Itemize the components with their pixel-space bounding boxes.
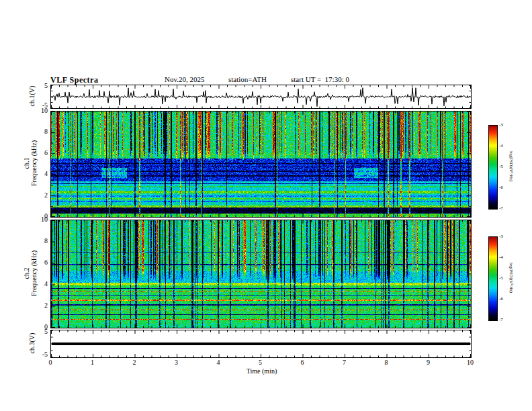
x-tick-label: 9 [420,359,437,366]
colorbar-tick-label: -6 [499,296,511,302]
y-tick-label: 8 [30,128,48,135]
y-tick-label: 2 [30,302,48,309]
axis-label-line: Frequency (kHz) [30,218,38,329]
y-tick-label: 4 [30,280,48,287]
x-tick-label: 5 [253,359,269,366]
x-tick-label: 4 [210,359,226,366]
x-tick-label: 2 [126,359,142,366]
colorbar-tick-label: -5 [499,164,511,169]
x-tick-label: 7 [337,359,353,366]
station-label: station=ATH [228,75,267,83]
colorbar-ch2 [488,236,498,321]
colorbar-tick-label: -3 [499,122,511,128]
colorbar-tick-label: -7 [499,205,511,211]
axis-label-line: ch.1 [23,107,30,219]
figure-title: VLF Spectra [50,75,98,85]
ch1-waveform-plot [51,85,471,108]
colorbar-tick-label: -4 [499,255,511,260]
colorbar-tick-label: -5 [499,275,511,281]
vlf-spectra-figure: VLF Spectra Nov.20, 2025 station=ATH sta… [0,0,532,411]
colorbar-ch1 [488,125,498,210]
x-tick-label: 1 [85,359,101,366]
figure-date: Nov.20, 2025 [165,75,204,83]
ch3-waveform-plot [51,330,471,357]
ch2-frequency-axis-label: ch.2 Frequency (kHz) [23,218,38,329]
y-tick-label: 5 [30,328,48,335]
y-tick-label: 8 [30,237,48,244]
x-axis-label: Time (min) [233,367,290,375]
ch2-spectrogram-plot [51,220,471,328]
colorbar-tick-label: -4 [499,143,511,148]
x-tick-label: 6 [294,359,310,366]
y-tick-label: 6 [30,149,48,156]
x-tick-label: 3 [169,359,185,366]
ch2-spectrogram-panel [50,220,472,328]
ch3-waveform-panel [50,330,472,358]
colorbar-ch2-gradient [489,237,497,320]
ch1-spectrogram-panel [50,111,472,218]
x-tick-label: 10 [462,359,478,366]
axis-label-line: ch.2 [23,218,30,329]
y-tick-label: 10 [30,216,48,223]
y-tick-label: 4 [30,170,48,177]
ch1-waveform-panel [50,85,472,109]
y-tick-label: 6 [30,259,48,266]
x-tick-label: 0 [42,359,58,366]
ch1-spectrogram-plot [51,111,471,217]
y-tick-label: -5 [30,351,48,358]
axis-label-line: Frequency (kHz) [30,107,38,219]
ch1-frequency-axis-label: ch.1 Frequency (kHz) [23,107,38,219]
y-tick-label: 10 [30,107,48,114]
colorbar-tick-label: -6 [499,185,511,190]
y-tick-label: 5 [30,82,48,89]
x-tick-label: 8 [378,359,394,366]
colorbar-ch1-gradient [489,126,497,209]
start-time-label: start UT = 17:30: 0 [291,75,349,83]
colorbar-tick-label: -3 [499,234,511,239]
colorbar-tick-label: -7 [499,317,511,322]
y-tick-label: 2 [30,191,48,199]
